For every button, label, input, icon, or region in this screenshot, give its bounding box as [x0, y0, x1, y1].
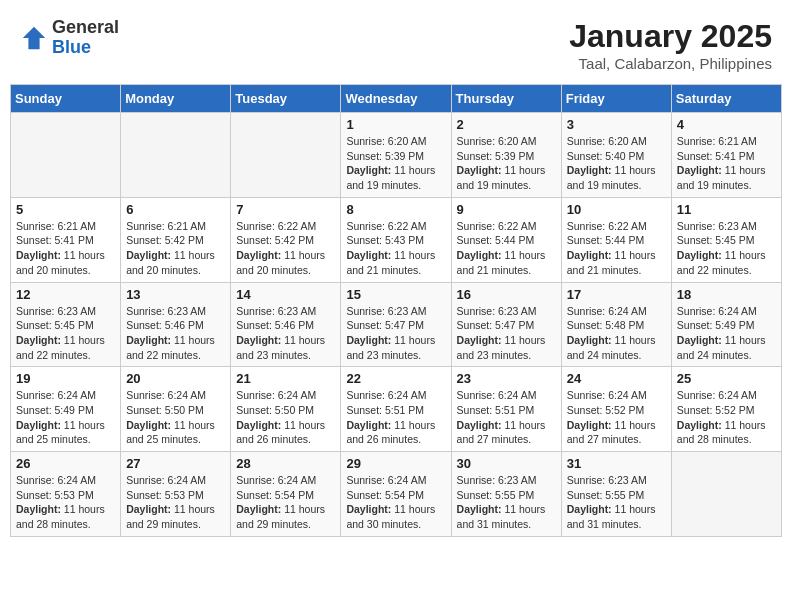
calendar-title: January 2025 — [569, 18, 772, 55]
calendar-week-row: 5Sunrise: 6:21 AMSunset: 5:41 PMDaylight… — [11, 197, 782, 282]
day-info: Sunrise: 6:24 AMSunset: 5:54 PMDaylight:… — [236, 473, 335, 532]
day-number: 26 — [16, 456, 115, 471]
day-info: Sunrise: 6:24 AMSunset: 5:51 PMDaylight:… — [346, 388, 445, 447]
weekday-header-friday: Friday — [561, 85, 671, 113]
day-info: Sunrise: 6:24 AMSunset: 5:53 PMDaylight:… — [16, 473, 115, 532]
page-header: General Blue January 2025 Taal, Calabarz… — [10, 10, 782, 84]
day-info: Sunrise: 6:22 AMSunset: 5:44 PMDaylight:… — [457, 219, 556, 278]
calendar-cell: 19Sunrise: 6:24 AMSunset: 5:49 PMDayligh… — [11, 367, 121, 452]
calendar-cell: 27Sunrise: 6:24 AMSunset: 5:53 PMDayligh… — [121, 452, 231, 537]
day-info: Sunrise: 6:24 AMSunset: 5:50 PMDaylight:… — [236, 388, 335, 447]
day-info: Sunrise: 6:24 AMSunset: 5:53 PMDaylight:… — [126, 473, 225, 532]
day-number: 27 — [126, 456, 225, 471]
day-number: 11 — [677, 202, 776, 217]
day-info: Sunrise: 6:24 AMSunset: 5:52 PMDaylight:… — [677, 388, 776, 447]
day-info: Sunrise: 6:24 AMSunset: 5:54 PMDaylight:… — [346, 473, 445, 532]
logo-blue-text: Blue — [52, 38, 119, 58]
day-number: 12 — [16, 287, 115, 302]
calendar-cell: 23Sunrise: 6:24 AMSunset: 5:51 PMDayligh… — [451, 367, 561, 452]
calendar-cell: 5Sunrise: 6:21 AMSunset: 5:41 PMDaylight… — [11, 197, 121, 282]
calendar-cell: 10Sunrise: 6:22 AMSunset: 5:44 PMDayligh… — [561, 197, 671, 282]
day-number: 15 — [346, 287, 445, 302]
weekday-header-sunday: Sunday — [11, 85, 121, 113]
calendar-cell: 21Sunrise: 6:24 AMSunset: 5:50 PMDayligh… — [231, 367, 341, 452]
calendar-week-row: 12Sunrise: 6:23 AMSunset: 5:45 PMDayligh… — [11, 282, 782, 367]
calendar-cell — [121, 113, 231, 198]
day-number: 18 — [677, 287, 776, 302]
day-number: 28 — [236, 456, 335, 471]
weekday-header-tuesday: Tuesday — [231, 85, 341, 113]
day-number: 19 — [16, 371, 115, 386]
day-number: 25 — [677, 371, 776, 386]
day-number: 4 — [677, 117, 776, 132]
day-number: 2 — [457, 117, 556, 132]
day-info: Sunrise: 6:22 AMSunset: 5:42 PMDaylight:… — [236, 219, 335, 278]
title-block: January 2025 Taal, Calabarzon, Philippin… — [569, 18, 772, 72]
calendar-cell: 3Sunrise: 6:20 AMSunset: 5:40 PMDaylight… — [561, 113, 671, 198]
day-number: 13 — [126, 287, 225, 302]
day-number: 1 — [346, 117, 445, 132]
weekday-header-row: SundayMondayTuesdayWednesdayThursdayFrid… — [11, 85, 782, 113]
calendar-cell: 8Sunrise: 6:22 AMSunset: 5:43 PMDaylight… — [341, 197, 451, 282]
calendar-cell: 4Sunrise: 6:21 AMSunset: 5:41 PMDaylight… — [671, 113, 781, 198]
day-number: 5 — [16, 202, 115, 217]
calendar-cell — [11, 113, 121, 198]
day-info: Sunrise: 6:24 AMSunset: 5:49 PMDaylight:… — [677, 304, 776, 363]
day-info: Sunrise: 6:24 AMSunset: 5:52 PMDaylight:… — [567, 388, 666, 447]
day-number: 9 — [457, 202, 556, 217]
day-info: Sunrise: 6:23 AMSunset: 5:46 PMDaylight:… — [236, 304, 335, 363]
day-info: Sunrise: 6:20 AMSunset: 5:39 PMDaylight:… — [457, 134, 556, 193]
day-info: Sunrise: 6:23 AMSunset: 5:47 PMDaylight:… — [457, 304, 556, 363]
calendar-cell: 24Sunrise: 6:24 AMSunset: 5:52 PMDayligh… — [561, 367, 671, 452]
calendar-cell: 29Sunrise: 6:24 AMSunset: 5:54 PMDayligh… — [341, 452, 451, 537]
logo-icon — [20, 24, 48, 52]
day-number: 23 — [457, 371, 556, 386]
calendar-cell: 30Sunrise: 6:23 AMSunset: 5:55 PMDayligh… — [451, 452, 561, 537]
day-info: Sunrise: 6:20 AMSunset: 5:39 PMDaylight:… — [346, 134, 445, 193]
calendar-cell: 12Sunrise: 6:23 AMSunset: 5:45 PMDayligh… — [11, 282, 121, 367]
day-number: 7 — [236, 202, 335, 217]
day-info: Sunrise: 6:23 AMSunset: 5:55 PMDaylight:… — [567, 473, 666, 532]
calendar-cell: 11Sunrise: 6:23 AMSunset: 5:45 PMDayligh… — [671, 197, 781, 282]
day-number: 6 — [126, 202, 225, 217]
day-info: Sunrise: 6:23 AMSunset: 5:46 PMDaylight:… — [126, 304, 225, 363]
calendar-week-row: 19Sunrise: 6:24 AMSunset: 5:49 PMDayligh… — [11, 367, 782, 452]
calendar-cell: 31Sunrise: 6:23 AMSunset: 5:55 PMDayligh… — [561, 452, 671, 537]
calendar-cell: 26Sunrise: 6:24 AMSunset: 5:53 PMDayligh… — [11, 452, 121, 537]
calendar-cell — [671, 452, 781, 537]
calendar-week-row: 1Sunrise: 6:20 AMSunset: 5:39 PMDaylight… — [11, 113, 782, 198]
calendar-cell: 18Sunrise: 6:24 AMSunset: 5:49 PMDayligh… — [671, 282, 781, 367]
day-number: 29 — [346, 456, 445, 471]
calendar-cell: 7Sunrise: 6:22 AMSunset: 5:42 PMDaylight… — [231, 197, 341, 282]
calendar-cell: 28Sunrise: 6:24 AMSunset: 5:54 PMDayligh… — [231, 452, 341, 537]
day-number: 14 — [236, 287, 335, 302]
day-number: 17 — [567, 287, 666, 302]
day-info: Sunrise: 6:20 AMSunset: 5:40 PMDaylight:… — [567, 134, 666, 193]
day-info: Sunrise: 6:22 AMSunset: 5:43 PMDaylight:… — [346, 219, 445, 278]
logo-text: General Blue — [52, 18, 119, 58]
weekday-header-monday: Monday — [121, 85, 231, 113]
day-info: Sunrise: 6:23 AMSunset: 5:55 PMDaylight:… — [457, 473, 556, 532]
calendar-cell: 17Sunrise: 6:24 AMSunset: 5:48 PMDayligh… — [561, 282, 671, 367]
day-number: 3 — [567, 117, 666, 132]
day-number: 16 — [457, 287, 556, 302]
calendar-cell: 14Sunrise: 6:23 AMSunset: 5:46 PMDayligh… — [231, 282, 341, 367]
calendar-cell: 15Sunrise: 6:23 AMSunset: 5:47 PMDayligh… — [341, 282, 451, 367]
calendar-cell: 16Sunrise: 6:23 AMSunset: 5:47 PMDayligh… — [451, 282, 561, 367]
day-info: Sunrise: 6:24 AMSunset: 5:48 PMDaylight:… — [567, 304, 666, 363]
weekday-header-saturday: Saturday — [671, 85, 781, 113]
calendar-cell: 22Sunrise: 6:24 AMSunset: 5:51 PMDayligh… — [341, 367, 451, 452]
day-info: Sunrise: 6:23 AMSunset: 5:45 PMDaylight:… — [677, 219, 776, 278]
day-number: 20 — [126, 371, 225, 386]
day-number: 21 — [236, 371, 335, 386]
day-info: Sunrise: 6:21 AMSunset: 5:41 PMDaylight:… — [677, 134, 776, 193]
day-info: Sunrise: 6:24 AMSunset: 5:49 PMDaylight:… — [16, 388, 115, 447]
calendar-cell: 13Sunrise: 6:23 AMSunset: 5:46 PMDayligh… — [121, 282, 231, 367]
day-info: Sunrise: 6:21 AMSunset: 5:42 PMDaylight:… — [126, 219, 225, 278]
day-info: Sunrise: 6:23 AMSunset: 5:47 PMDaylight:… — [346, 304, 445, 363]
calendar-cell: 9Sunrise: 6:22 AMSunset: 5:44 PMDaylight… — [451, 197, 561, 282]
day-number: 24 — [567, 371, 666, 386]
calendar-cell: 1Sunrise: 6:20 AMSunset: 5:39 PMDaylight… — [341, 113, 451, 198]
day-number: 22 — [346, 371, 445, 386]
weekday-header-thursday: Thursday — [451, 85, 561, 113]
